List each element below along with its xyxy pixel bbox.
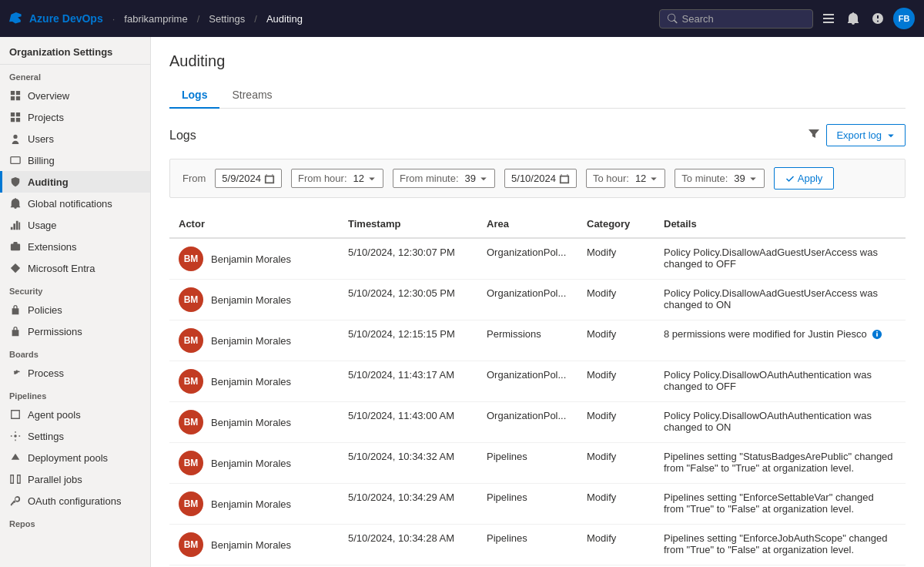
breadcrumb-settings[interactable]: Settings (209, 13, 245, 25)
logs-actions: Export log (808, 124, 906, 146)
apply-button[interactable]: Apply (774, 167, 835, 190)
azure-devops-logo[interactable]: Azure DevOps (9, 11, 103, 26)
sidebar-item-label: Auditing (28, 176, 69, 188)
from-date-input[interactable]: 5/9/2024 (215, 169, 282, 188)
calendar-icon (264, 173, 275, 184)
avatar: BM (179, 410, 203, 434)
grid-icon (9, 111, 22, 123)
timestamp-cell: 5/10/2024, 10:34:32 AM (339, 443, 477, 484)
help-icon-btn[interactable] (869, 9, 887, 28)
actor-cell: BM Benjamin Morales (169, 484, 339, 525)
notifications-icon-btn[interactable] (844, 9, 862, 28)
to-minute-value: 39 (734, 173, 745, 184)
detail-text: Pipelines setting "StatusBadgesArePublic… (664, 451, 896, 474)
from-minute-value: 39 (465, 173, 476, 184)
from-minute-label: From minute: (400, 173, 459, 184)
avatar: BM (179, 532, 203, 557)
sidebar-item-label: Permissions (28, 326, 82, 337)
tab-logs[interactable]: Logs (169, 82, 219, 109)
actor-name: Benjamin Morales (211, 335, 291, 347)
breadcrumb-org[interactable]: fabrikamprime (124, 13, 187, 25)
bell-icon (9, 197, 22, 210)
actor-cell: BM Benjamin Morales (169, 443, 339, 484)
filter-icon[interactable] (808, 128, 820, 143)
search-icon (668, 13, 678, 24)
info-icon[interactable] (872, 329, 882, 342)
details-cell: Pipelines setting "EnforceSettableVar" c… (654, 484, 906, 525)
puzzle-icon (9, 240, 22, 253)
from-date-value: 5/9/2024 (222, 173, 261, 184)
breadcrumb-current: Auditing (266, 13, 303, 25)
to-hour-dropdown[interactable]: To hour: 12 (586, 169, 665, 188)
sidebar-item-entra[interactable]: Microsoft Entra (0, 257, 150, 279)
sidebar: Organization Settings General Overview P… (0, 37, 151, 567)
timestamp-cell: 5/10/2024, 11:43:17 AM (339, 361, 477, 402)
actor-cell: BM Benjamin Morales (169, 320, 339, 361)
to-minute-dropdown[interactable]: To minute: 39 (675, 169, 764, 188)
sidebar-item-billing[interactable]: Billing (0, 149, 150, 171)
area-cell: Pipelines (477, 525, 578, 565)
timestamp-cell: 5/10/2024, 12:30:05 PM (339, 280, 477, 320)
export-log-button[interactable]: Export log (826, 124, 906, 146)
to-hour-value: 12 (635, 173, 646, 184)
sidebar-item-label: Overview (28, 90, 69, 102)
sidebar-item-permissions[interactable]: Permissions (0, 320, 150, 342)
area-cell: Pipelines (477, 484, 578, 525)
logs-header: Logs Export log (169, 124, 906, 146)
table-row: BM Benjamin Morales 5/10/2024, 12:15:15 … (169, 320, 906, 361)
sidebar-item-agent-pools[interactable]: Agent pools (0, 404, 150, 425)
actor-name: Benjamin Morales (211, 253, 291, 265)
to-date-input[interactable]: 5/10/2024 (504, 169, 577, 188)
sidebar-item-label: Billing (28, 155, 55, 166)
sidebar-item-policies[interactable]: Policies (0, 299, 150, 320)
sidebar-item-label: Agent pools (28, 409, 81, 421)
detail-text: Policy Policy.DisallowAadGuestUserAccess… (664, 287, 896, 310)
from-hour-dropdown[interactable]: From hour: 12 (291, 169, 383, 188)
actor-cell: BM Benjamin Morales (169, 525, 339, 565)
export-log-label: Export log (836, 129, 882, 141)
sidebar-item-usage[interactable]: Usage (0, 214, 150, 236)
sidebar-item-overview[interactable]: Overview (0, 85, 150, 106)
svg-rect-0 (11, 157, 20, 164)
sidebar-item-label: Usage (28, 220, 57, 231)
tab-streams[interactable]: Streams (219, 82, 284, 109)
settings-icon (9, 408, 22, 421)
actor-name: Benjamin Morales (211, 417, 291, 428)
settings-icon (9, 430, 22, 442)
timestamp-cell: 5/10/2024, 10:34:29 AM (339, 484, 477, 525)
avatar: BM (179, 492, 203, 516)
sidebar-item-oauth-configs[interactable]: OAuth configurations (0, 490, 150, 512)
area-cell: OrganizationPol... (477, 402, 578, 443)
actor-cell: BM Benjamin Morales (169, 280, 339, 320)
from-minute-dropdown[interactable]: From minute: 39 (393, 169, 495, 188)
sidebar-item-global-notif[interactable]: Global notifications (0, 193, 150, 214)
sidebar-item-process[interactable]: Process (0, 362, 150, 384)
svg-point-1 (14, 434, 17, 438)
sidebar-item-label: Process (28, 367, 64, 379)
details-cell: Policy Policy.DisallowAadGuestUserAccess… (654, 238, 906, 280)
sidebar-item-extensions[interactable]: Extensions (0, 236, 150, 257)
chevron-down-icon (748, 174, 758, 183)
list-icon-btn[interactable] (819, 9, 838, 28)
col-timestamp: Timestamp (339, 210, 477, 238)
search-box[interactable] (659, 9, 813, 29)
sidebar-item-parallel-jobs[interactable]: Parallel jobs (0, 468, 150, 490)
settings-icon (9, 367, 22, 379)
sidebar-item-pipeline-settings[interactable]: Settings (0, 425, 150, 447)
detail-text: Pipelines setting "EnforceJobAuthScope" … (664, 532, 896, 555)
sidebar-item-label: Users (28, 133, 54, 145)
actor-cell: BM Benjamin Morales (169, 361, 339, 402)
sidebar-item-deployment-pools[interactable]: Deployment pools (0, 447, 150, 468)
sidebar-item-users[interactable]: Users (0, 128, 150, 149)
details-cell: Policy Policy.DisallowOAuthAuthenticatio… (654, 402, 906, 443)
actor-name: Benjamin Morales (211, 539, 291, 551)
sidebar-item-auditing[interactable]: Auditing (0, 171, 150, 193)
sidebar-section-general: General (0, 65, 150, 85)
user-avatar-btn[interactable]: FB (893, 8, 915, 29)
area-cell: Permissions (477, 320, 578, 361)
category-cell: Modify (578, 484, 654, 525)
sidebar-section-repos: Repos (0, 512, 150, 532)
filter-bar: From 5/9/2024 From hour: 12 From minute:… (169, 159, 906, 198)
sidebar-item-projects[interactable]: Projects (0, 106, 150, 128)
search-input[interactable] (682, 13, 805, 25)
